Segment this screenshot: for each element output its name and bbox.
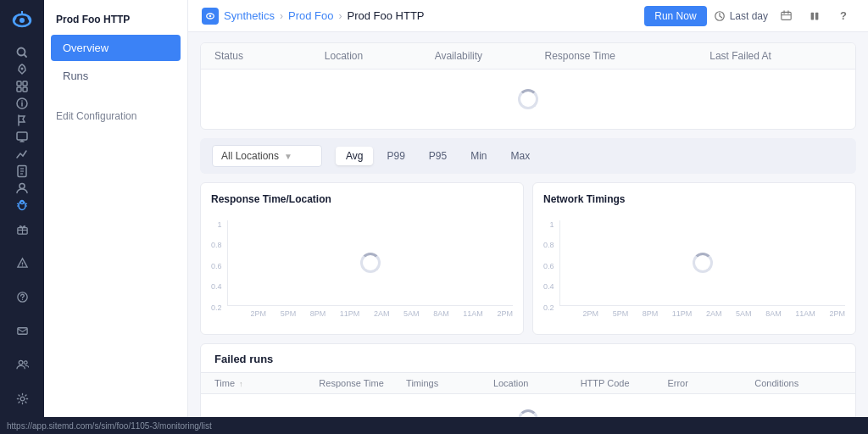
col-error: Error <box>667 378 754 388</box>
response-time-chart-title: Response Time/Location <box>211 193 513 205</box>
nav-item-overview[interactable]: Overview <box>51 35 181 61</box>
tab-p99[interactable]: P99 <box>376 147 415 165</box>
response-time-x-axis: 2PM 5PM 8PM 11PM 2AM 5AM 8AM 11AM 2PM <box>227 309 513 318</box>
status-table-loading-spinner <box>518 89 538 109</box>
response-time-chart-content <box>227 220 513 306</box>
monitor-sidebar-icon[interactable] <box>8 131 36 144</box>
info-sidebar-icon[interactable] <box>8 97 36 110</box>
col-availability: Availability <box>435 50 545 62</box>
svg-rect-36 <box>17 327 26 334</box>
svg-point-39 <box>20 397 25 401</box>
network-timings-chart-title: Network Timings <box>543 193 845 205</box>
help-sidebar-icon[interactable] <box>8 283 36 310</box>
main-content: Synthetics › Prod Foo › Prod Foo HTTP Ru… <box>188 0 868 434</box>
svg-point-33 <box>21 265 22 266</box>
content-area: Status Location Availability Response Ti… <box>188 32 868 434</box>
breadcrumb: Synthetics › Prod Foo › Prod Foo HTTP <box>202 8 639 25</box>
bug-sidebar-icon[interactable] <box>8 198 36 212</box>
tab-max[interactable]: Max <box>501 147 541 165</box>
svg-rect-8 <box>17 81 21 86</box>
svg-point-38 <box>24 360 27 364</box>
svg-point-1 <box>19 18 25 23</box>
svg-rect-49 <box>815 12 819 19</box>
svg-point-22 <box>19 184 25 189</box>
topbar-actions: Run Now Last day ? <box>644 5 854 27</box>
charts-row: Response Time/Location 1 0.8 0.6 0.4 0.2 <box>200 182 856 335</box>
doc-sidebar-icon[interactable] <box>8 164 36 178</box>
settings-sidebar-icon[interactable] <box>8 385 36 412</box>
run-now-button[interactable]: Run Now <box>644 6 706 26</box>
col-response-time: Response Time <box>544 50 709 62</box>
network-timings-chart-content <box>559 220 845 306</box>
svg-rect-9 <box>23 81 27 86</box>
search-sidebar-icon[interactable] <box>8 46 36 59</box>
svg-point-42 <box>209 14 212 17</box>
response-time-y-axis: 1 0.8 0.6 0.4 0.2 <box>211 220 222 314</box>
breadcrumb-sep-1: › <box>280 10 283 22</box>
time-picker-icon[interactable] <box>775 5 797 27</box>
failed-runs-title: Failed runs <box>214 353 273 365</box>
status-table-body <box>201 70 855 129</box>
time-sort-icon: ↑ <box>239 380 243 388</box>
svg-point-14 <box>21 100 23 102</box>
person-sidebar-icon[interactable] <box>8 181 36 195</box>
tab-avg[interactable]: Avg <box>336 147 373 165</box>
nav-panel: Prod Foo HTTP Overview Runs Edit Configu… <box>44 0 188 434</box>
breadcrumb-prod-foo[interactable]: Prod Foo <box>288 9 333 22</box>
breadcrumb-sep-2: › <box>338 10 342 22</box>
breadcrumb-current: Prod Foo HTTP <box>347 9 424 22</box>
svg-rect-44 <box>781 12 790 19</box>
status-table-header: Status Location Availability Response Ti… <box>201 43 855 70</box>
col-http-code: HTTP Code <box>581 378 668 388</box>
status-bar-url: https://app.sitemd.com/s/sim/foo/1105-3/… <box>7 421 212 431</box>
svg-rect-15 <box>17 132 27 140</box>
network-timings-x-axis: 2PM 5PM 8PM 11PM 2AM 5AM 8AM 11AM 2PM <box>559 309 845 318</box>
alert-sidebar-icon[interactable] <box>8 249 36 276</box>
synthetics-brand-icon <box>202 8 219 25</box>
failed-runs-header: Failed runs <box>201 344 855 373</box>
col-location: Location <box>325 50 435 62</box>
col-status: Status <box>214 50 325 62</box>
status-table: Status Location Availability Response Ti… <box>200 42 856 130</box>
breadcrumb-synthetics[interactable]: Synthetics <box>224 9 275 22</box>
svg-rect-10 <box>17 87 21 92</box>
nav-edit-configuration[interactable]: Edit Configuration <box>44 103 187 129</box>
flag-sidebar-icon[interactable] <box>8 114 36 127</box>
svg-point-23 <box>19 202 25 210</box>
chart-sidebar-icon[interactable] <box>8 147 36 161</box>
tab-p95[interactable]: P95 <box>419 147 457 165</box>
svg-point-7 <box>21 68 24 70</box>
svg-point-37 <box>19 360 23 364</box>
tab-min[interactable]: Min <box>460 147 497 165</box>
topbar: Synthetics › Prod Foo › Prod Foo HTTP Ru… <box>188 0 868 32</box>
pause-button[interactable] <box>804 5 826 27</box>
svg-point-35 <box>21 298 22 299</box>
network-timings-y-axis: 1 0.8 0.6 0.4 0.2 <box>543 220 554 314</box>
response-time-chart-loading: 1 0.8 0.6 0.4 0.2 2PM 5P <box>211 214 513 324</box>
response-time-loading-spinner <box>360 253 381 273</box>
col-time: Time ↑ <box>214 378 319 388</box>
col-conditions: Conditions <box>754 378 842 388</box>
gift-sidebar-icon[interactable] <box>8 215 36 242</box>
col-location-fr: Location <box>493 378 581 388</box>
logo-icon[interactable] <box>7 8 37 32</box>
col-timings-fr: Timings <box>406 378 493 388</box>
location-filter-select[interactable]: All Locations ▼ <box>212 145 322 167</box>
status-bar: https://app.sitemd.com/s/sim/foo/1105-3/… <box>0 417 868 434</box>
network-timings-chart-card: Network Timings 1 0.8 0.6 0.4 0.2 <box>532 182 856 335</box>
location-filter-label: All Locations <box>221 150 279 162</box>
nav-item-runs[interactable]: Runs <box>51 63 181 89</box>
failed-runs-columns: Time ↑ Response Time Timings Location HT… <box>201 373 855 394</box>
last-day-label: Last day <box>730 10 768 22</box>
response-time-chart-card: Response Time/Location 1 0.8 0.6 0.4 0.2 <box>200 182 524 335</box>
network-timings-loading-spinner <box>693 253 713 273</box>
metric-tabs: Avg P99 P95 Min Max <box>336 147 540 165</box>
mail-sidebar-icon[interactable] <box>8 317 36 344</box>
svg-point-24 <box>20 201 24 204</box>
svg-rect-48 <box>811 12 815 19</box>
help-topbar-icon[interactable]: ? <box>832 5 854 27</box>
grid-sidebar-icon[interactable] <box>8 80 36 93</box>
filter-bar: All Locations ▼ Avg P99 P95 Min Max <box>200 138 856 174</box>
rocket-sidebar-icon[interactable] <box>8 63 36 76</box>
team-sidebar-icon[interactable] <box>8 351 36 378</box>
